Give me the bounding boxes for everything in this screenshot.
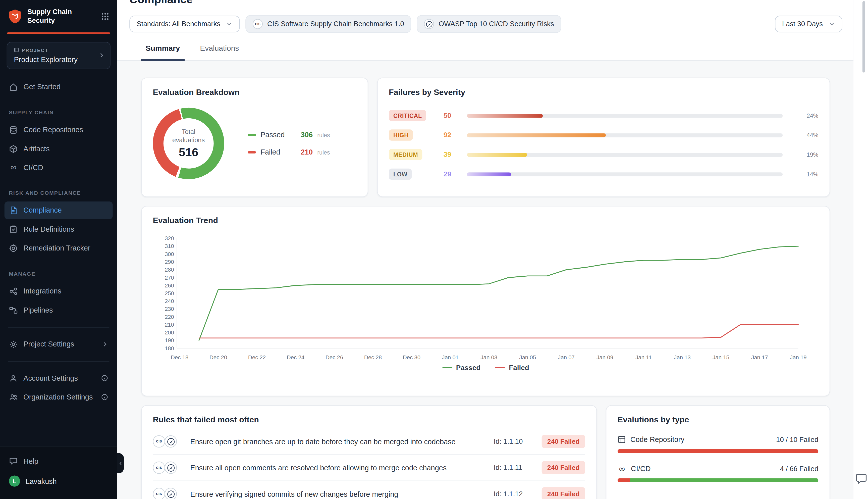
- sidebar-item-project-settings[interactable]: Project Settings: [4, 335, 113, 353]
- svg-text:Dec 18: Dec 18: [171, 354, 188, 361]
- tab-evaluations[interactable]: Evaluations: [196, 44, 244, 60]
- chevron-left-icon: [118, 461, 123, 466]
- svg-text:Jan 07: Jan 07: [558, 354, 575, 361]
- severity-bar: [467, 113, 783, 118]
- rule-row[interactable]: CIS Ensure open git branches are up to d…: [153, 429, 585, 454]
- severity-percent: 19%: [790, 151, 818, 158]
- svg-text:Jan 05: Jan 05: [519, 354, 536, 361]
- chevron-right-icon: [101, 341, 108, 348]
- type-label: Code Repository: [630, 435, 684, 443]
- severity-row: HIGH 92 44%: [389, 130, 818, 141]
- evaluation-donut-chart: Total evaluations 516: [153, 108, 224, 179]
- svg-text:Jan 01: Jan 01: [442, 354, 459, 361]
- code-repository-icon: [618, 435, 626, 443]
- sidebar-item-cicd[interactable]: ∞ CI/CD: [4, 159, 113, 176]
- sidebar: Supply Chain Security PROJECT Product Ex…: [0, 0, 117, 499]
- sidebar-item-label: Project Settings: [23, 340, 74, 348]
- sidebar-item-pipelines[interactable]: Pipelines: [4, 301, 113, 319]
- severity-percent: 14%: [790, 171, 818, 178]
- sidebar-item-get-started[interactable]: Get Started: [4, 78, 113, 96]
- rule-id: Id: 1.1.12: [494, 490, 535, 498]
- sidebar-collapse-handle[interactable]: [117, 453, 124, 473]
- cis-icon: CIS: [253, 19, 263, 29]
- chip-label: CIS Software Supply Chain Benchmarks 1.0: [267, 20, 404, 28]
- sidebar-item-label: CI/CD: [23, 163, 43, 172]
- apps-grid-icon[interactable]: [101, 12, 109, 20]
- rule-id: Id: 1.1.11: [494, 464, 535, 472]
- svg-text:310: 310: [165, 243, 174, 250]
- brand-line1: Supply Chain: [27, 7, 72, 16]
- sidebar-item-compliance[interactable]: Compliance: [4, 201, 113, 219]
- sidebar-item-label: Artifacts: [23, 145, 49, 153]
- severity-row: LOW 29 14%: [389, 169, 818, 180]
- rule-text: Ensure open git branches are up to date …: [184, 437, 487, 446]
- chat-fab-icon[interactable]: [855, 472, 868, 485]
- tab-bar: Summary Evaluations: [129, 44, 842, 60]
- standards-filter-dropdown[interactable]: Standards: All Benchmarks: [129, 15, 240, 33]
- sidebar-item-label: Help: [23, 457, 38, 465]
- infinity-icon: ∞: [9, 164, 18, 171]
- sidebar-item-integrations[interactable]: Integrations: [4, 282, 113, 300]
- sidebar-item-artifacts[interactable]: Artifacts: [4, 140, 113, 158]
- type-label: CI/CD: [631, 464, 651, 473]
- target-icon: [9, 244, 18, 253]
- rules-failed-card: Rules that failed most often CIS Ensure …: [141, 405, 597, 499]
- severity-badge: CRITICAL: [389, 110, 426, 121]
- owasp-icon: [424, 19, 434, 29]
- legend-suffix: rules: [317, 132, 330, 138]
- svg-text:Jan 11: Jan 11: [635, 354, 652, 361]
- rule-source-icons: CIS: [153, 462, 177, 474]
- severity-percent: 44%: [790, 132, 818, 138]
- section-title-manage: MANAGE: [0, 258, 117, 281]
- chevron-down-icon: [828, 21, 835, 27]
- svg-text:Jan 03: Jan 03: [481, 354, 497, 361]
- sidebar-item-user[interactable]: L Lavakush: [4, 471, 113, 491]
- scrollbar-thumb[interactable]: [863, 1, 865, 72]
- main-content: Compliance Standards: All Benchmarks CIS…: [117, 0, 868, 499]
- sidebar-item-label: Code Repositories: [23, 126, 83, 134]
- svg-text:Jan 17: Jan 17: [751, 354, 768, 361]
- svg-text:Dec 24: Dec 24: [287, 354, 305, 361]
- rule-row[interactable]: CIS Ensure all open comments are resolve…: [153, 454, 585, 480]
- sidebar-header: Supply Chain Security: [0, 0, 117, 32]
- card-title: Evaluation Trend: [153, 216, 819, 225]
- home-icon: [9, 82, 18, 92]
- benchmark-chip-cis[interactable]: CIS CIS Software Supply Chain Benchmarks…: [245, 15, 411, 33]
- brand-accent-rule: [7, 32, 110, 34]
- sidebar-item-remediation-tracker[interactable]: Remediation Tracker: [4, 239, 113, 257]
- rule-text: Ensure verifying signed commits of new c…: [184, 490, 487, 498]
- clipboard-check-icon: [9, 224, 18, 234]
- rule-source-icons: CIS: [153, 488, 177, 499]
- sidebar-item-rule-definitions[interactable]: Rule Definitions: [4, 220, 113, 238]
- severity-badge: MEDIUM: [389, 149, 422, 160]
- info-icon[interactable]: [101, 374, 108, 382]
- cis-icon: CIS: [153, 462, 165, 474]
- sidebar-item-account-settings[interactable]: Account Settings: [4, 369, 113, 387]
- svg-text:210: 210: [165, 321, 174, 328]
- info-icon[interactable]: [101, 393, 108, 401]
- tab-summary[interactable]: Summary: [141, 44, 184, 61]
- severity-list: CRITICAL 50 24% HIGH 92 44% MEDIUM: [389, 110, 818, 180]
- failed-line-swatch: [495, 367, 505, 369]
- severity-count: 50: [444, 112, 467, 119]
- rule-row[interactable]: CIS Ensure verifying signed commits of n…: [153, 480, 585, 499]
- document-icon: [9, 206, 18, 215]
- legend-value: 210: [301, 148, 313, 156]
- project-selector[interactable]: PROJECT Product Exploratory: [7, 41, 111, 69]
- sidebar-item-organization-settings[interactable]: Organization Settings: [4, 388, 113, 406]
- svg-text:Jan 15: Jan 15: [712, 354, 729, 361]
- date-range-dropdown[interactable]: Last 30 Days: [775, 15, 842, 33]
- passed-swatch: [248, 134, 256, 136]
- sidebar-item-code-repositories[interactable]: Code Repositories: [4, 121, 113, 139]
- svg-text:Jan 13: Jan 13: [674, 354, 691, 361]
- rules-list: CIS Ensure open git branches are up to d…: [153, 429, 585, 499]
- project-label: PROJECT: [22, 47, 49, 53]
- user-name: Lavakush: [26, 477, 57, 485]
- pipeline-icon: [9, 305, 18, 315]
- sidebar-item-label: Pipelines: [23, 306, 53, 314]
- sidebar-item-help[interactable]: Help: [4, 452, 113, 470]
- chevron-down-icon: [226, 21, 233, 27]
- legend-label: Failed: [509, 364, 529, 372]
- svg-text:Dec 20: Dec 20: [210, 354, 227, 361]
- benchmark-chip-owasp[interactable]: OWASP Top 10 CI/CD Security Risks: [417, 15, 561, 33]
